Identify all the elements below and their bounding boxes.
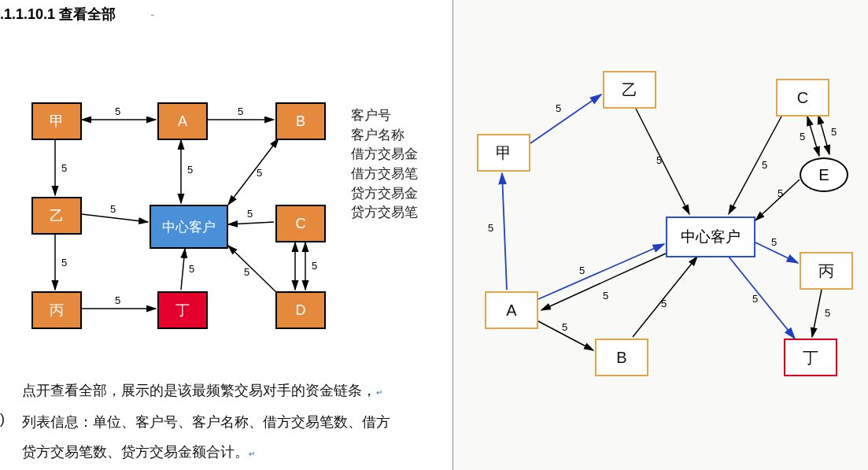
label-debit-amount: 借方交易金 [351,145,418,165]
r-node-e: E [800,157,848,192]
svg-line-31 [807,117,819,156]
svg-text:5: 5 [562,321,567,333]
r-node-c: C [776,79,829,117]
svg-line-51 [812,290,822,337]
r-node-yi: 乙 [603,71,656,109]
svg-line-47 [755,242,798,263]
svg-line-10 [82,214,148,222]
svg-line-35 [755,179,800,220]
svg-line-27 [636,109,689,214]
svg-line-18 [181,249,185,290]
paragraph-2: 列表信息：单位、客户号、客户名称、借方交易笔数、借方 [22,408,440,436]
svg-text:5: 5 [247,208,253,220]
paragraph-3: 贷方交易笔数、贷方交易金额合计。↵ [22,438,440,466]
node-yi: 乙 [31,197,82,235]
svg-line-45 [633,257,697,337]
r-node-b: B [595,339,648,376]
label-credit-amount: 贷方交易金 [351,184,418,204]
svg-text:5: 5 [115,105,120,117]
svg-text:5: 5 [556,102,561,114]
node-c: C [275,205,326,242]
svg-line-39 [538,244,664,299]
node-center: 中心客户 [150,205,228,249]
svg-line-12 [228,222,274,224]
svg-text:5: 5 [771,236,777,248]
r-node-jia: 甲 [477,134,530,172]
left-diagram: 5 5 5 5 5 5 5 5 [24,94,354,346]
svg-text:5: 5 [488,222,493,234]
svg-text:5: 5 [312,260,317,272]
svg-text:5: 5 [189,263,194,275]
svg-text:5: 5 [762,159,767,171]
svg-text:5: 5 [257,167,262,179]
paragraph-1: 点开查看全部，展示的是该最频繁交易对手的资金链条，↵ [22,376,440,405]
svg-text:5: 5 [656,154,662,166]
right-panel: 5 5 5 5 5 5 5 5 [452,0,868,470]
node-jia: 甲 [31,102,82,140]
node-d: D [275,291,326,329]
svg-line-43 [538,321,593,350]
page: .1.1.10.1 查看全部 ↵ 客户号 客户名称 借方交易金 借方交易笔 贷方… [0,0,868,470]
r-node-bing: 丙 [800,252,853,290]
left-panel: .1.1.10.1 查看全部 ↵ 客户号 客户名称 借方交易金 借方交易笔 贷方… [0,0,452,470]
field-labels: 客户号 客户名称 借方交易金 借方交易笔 贷方交易金 贷方交易笔 [351,106,418,223]
svg-text:5: 5 [800,131,805,142]
svg-text:5: 5 [603,290,608,302]
svg-text:5: 5 [778,187,783,199]
svg-text:5: 5 [661,298,667,309]
svg-text:5: 5 [238,105,243,117]
r-node-a: A [485,291,538,329]
label-customer-id: 客户号 [351,106,418,126]
label-debit-count: 借方交易笔 [351,165,418,184]
node-bing: 丙 [31,291,82,329]
svg-text:5: 5 [115,294,120,306]
svg-text:5: 5 [110,203,116,215]
svg-text:5: 5 [244,266,249,278]
svg-line-40 [541,254,666,310]
marker-icon: ↵ [151,13,154,17]
svg-text:5: 5 [187,164,193,176]
r-node-ding: 丁 [784,339,837,376]
svg-text:5: 5 [752,293,758,305]
label-credit-count: 贷方交易笔 [351,203,418,223]
svg-line-32 [818,115,829,154]
list-bullet: ) [0,411,5,427]
svg-line-29 [729,115,782,214]
svg-text:5: 5 [831,126,837,138]
node-b: B [275,102,326,140]
svg-line-25 [530,94,601,143]
label-customer-name: 客户名称 [351,126,418,146]
svg-text:5: 5 [61,257,67,268]
section-heading: .1.1.10.1 查看全部 [0,5,116,24]
svg-text:5: 5 [825,307,830,319]
r-node-center: 中心客户 [666,216,755,257]
svg-text:5: 5 [61,162,67,174]
svg-text:5: 5 [579,265,585,276]
svg-line-8 [228,139,279,205]
svg-line-49 [729,257,795,339]
svg-line-20 [228,246,277,293]
svg-line-37 [502,173,507,290]
node-a: A [157,102,208,140]
right-diagram: 5 5 5 5 5 5 5 5 [469,63,855,386]
node-ding: 丁 [157,291,208,329]
